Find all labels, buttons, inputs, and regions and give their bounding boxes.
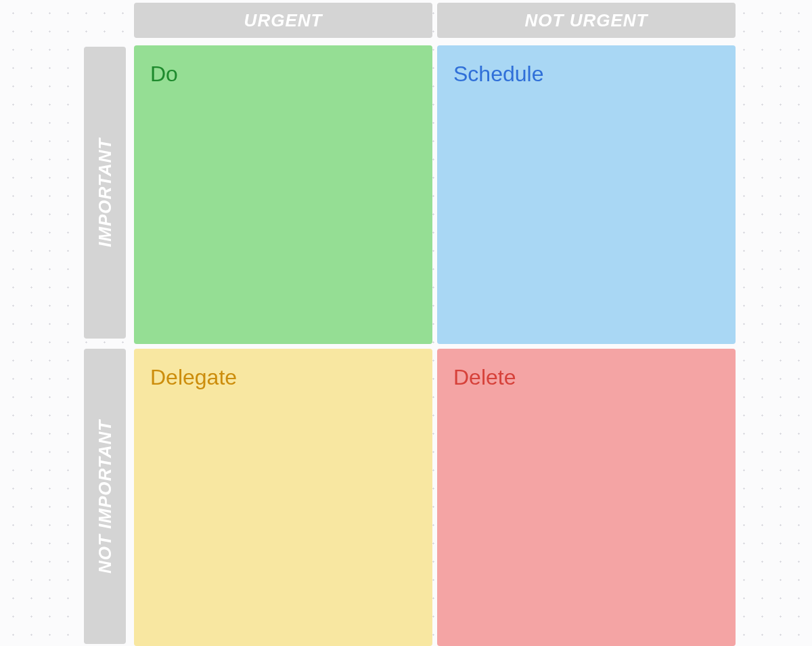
eisenhower-matrix: URGENT NOT URGENT IMPORTANT NOT IMPORTAN… [0,0,812,646]
quadrant-do-title: Do [150,62,416,87]
row-header-important: IMPORTANT [84,47,126,339]
column-header-not-urgent: NOT URGENT [437,3,736,38]
quadrant-do[interactable]: Do [134,45,432,344]
column-header-urgent: URGENT [134,3,432,38]
quadrant-delegate[interactable]: Delegate [134,349,432,646]
quadrant-delete-title: Delete [453,365,719,390]
quadrant-delete[interactable]: Delete [437,349,736,646]
quadrant-schedule-title: Schedule [453,62,719,87]
row-header-not-important: NOT IMPORTANT [84,349,126,644]
quadrant-schedule[interactable]: Schedule [437,45,736,344]
quadrant-delegate-title: Delegate [150,365,416,390]
